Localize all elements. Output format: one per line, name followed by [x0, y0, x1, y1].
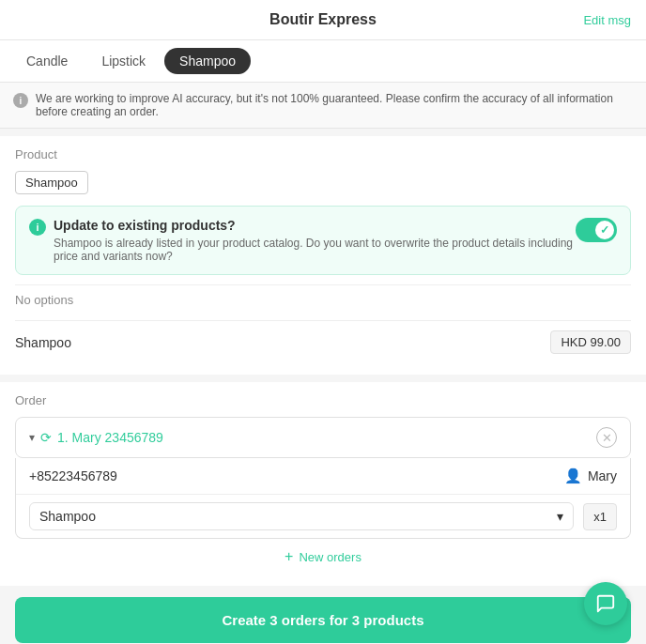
- order-product-name: Shampoo: [39, 509, 96, 524]
- chevron-down-icon: ▾: [29, 431, 35, 444]
- product-label: Product: [15, 147, 631, 161]
- edit-msg-link[interactable]: Edit msg: [583, 13, 631, 27]
- order-item-fields: +85223456789 👤 Mary Shampoo ▾ x1: [15, 458, 631, 539]
- app-header: Boutir Express Edit msg: [0, 0, 646, 40]
- plus-icon: +: [285, 548, 293, 565]
- create-orders-button[interactable]: Create 3 orders for 3 products: [15, 597, 631, 643]
- info-icon: i: [13, 93, 28, 108]
- order-item-0: ▾ ⟳ 1. Mary 23456789 ✕ +85223456789 👤 Ma…: [15, 417, 631, 539]
- order-phone-row: +85223456789 👤 Mary: [16, 458, 630, 495]
- order-label: Order: [15, 393, 631, 407]
- chat-icon: [595, 593, 616, 614]
- update-box-content: i Update to existing products? Shampoo i…: [29, 218, 576, 263]
- order-section: Order ▾ ⟳ 1. Mary 23456789 ✕ +8522345678…: [0, 382, 646, 586]
- toggle-thumb: ✓: [595, 221, 614, 239]
- order-item-header-left: ▾ ⟳ 1. Mary 23456789: [29, 430, 163, 445]
- app-title: Boutir Express: [269, 11, 377, 28]
- order-person-row: 👤 Mary: [564, 468, 617, 484]
- order-qty-badge: x1: [583, 503, 617, 530]
- update-toggle[interactable]: ✓: [576, 218, 617, 242]
- new-orders-row[interactable]: + New orders: [15, 539, 631, 575]
- order-product-select[interactable]: Shampoo ▾: [29, 502, 574, 530]
- order-item-title: 1. Mary 23456789: [57, 430, 163, 445]
- order-person-name: Mary: [588, 468, 617, 483]
- product-section: Product Shampoo i Update to existing pro…: [0, 136, 646, 375]
- product-price: HKD 99.00: [550, 330, 631, 354]
- order-person-icon: ⟳: [40, 430, 52, 445]
- warning-text: We are working to improve AI accuracy, b…: [36, 92, 633, 118]
- chat-fab-button[interactable]: [584, 582, 627, 625]
- tab-lipstick[interactable]: Lipstick: [86, 48, 161, 74]
- toggle-check-icon: ✓: [600, 223, 609, 237]
- tab-candle[interactable]: Candle: [11, 48, 83, 74]
- order-item-header[interactable]: ▾ ⟳ 1. Mary 23456789 ✕: [15, 417, 631, 458]
- person-icon: 👤: [564, 468, 582, 484]
- warning-banner: i We are working to improve AI accuracy,…: [0, 83, 646, 129]
- toggle-track: ✓: [576, 218, 617, 242]
- product-name: Shampoo: [15, 335, 71, 350]
- chevron-down-icon: ▾: [557, 509, 563, 524]
- order-phone-number: +85223456789: [29, 468, 117, 483]
- update-info-icon: i: [29, 219, 46, 236]
- update-title: Update to existing products?: [54, 218, 576, 233]
- product-tag[interactable]: Shampoo: [15, 171, 88, 194]
- tab-shampoo[interactable]: Shampoo: [164, 48, 251, 74]
- update-box: i Update to existing products? Shampoo i…: [15, 206, 631, 275]
- close-order-button[interactable]: ✕: [596, 427, 617, 448]
- product-price-row: Shampoo HKD 99.00: [15, 320, 631, 363]
- update-desc: Shampoo is already listed in your produc…: [54, 237, 576, 263]
- new-orders-label: New orders: [299, 550, 361, 564]
- update-text: Update to existing products? Shampoo is …: [54, 218, 576, 263]
- no-options-label: No options: [15, 284, 631, 314]
- order-product-row: Shampoo ▾ x1: [16, 495, 630, 538]
- tab-bar: Candle Lipstick Shampoo: [0, 40, 646, 83]
